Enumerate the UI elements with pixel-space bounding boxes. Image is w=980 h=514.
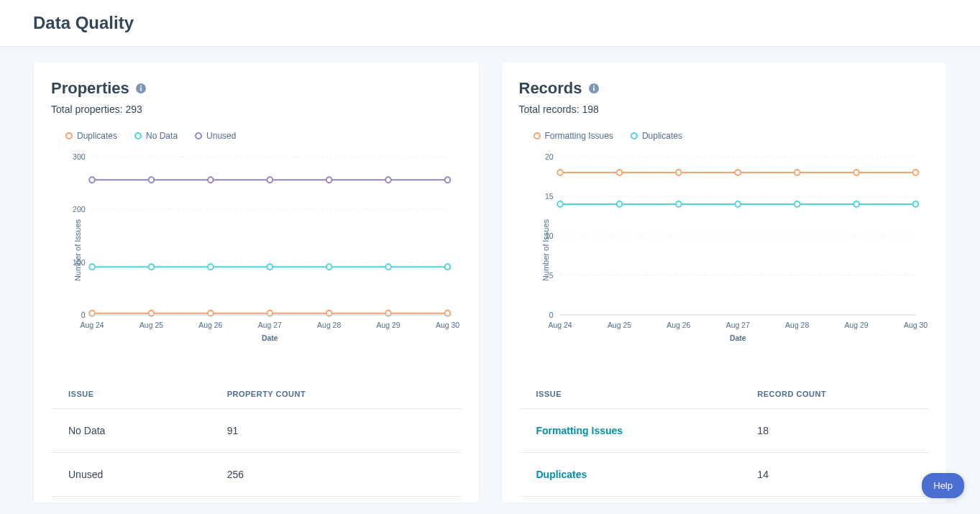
svg-text:Aug 27: Aug 27 — [725, 321, 749, 329]
data-point[interactable] — [385, 177, 391, 183]
properties-title: Properties — [51, 79, 129, 98]
svg-text:Aug 28: Aug 28 — [785, 321, 809, 329]
data-point[interactable] — [208, 264, 214, 270]
data-point[interactable] — [208, 177, 214, 183]
info-icon[interactable] — [135, 83, 147, 94]
legend-label: Formatting Issues — [545, 131, 613, 141]
data-point[interactable] — [89, 264, 95, 270]
svg-text:Aug 30: Aug 30 — [436, 321, 459, 329]
records-chart-svg: 05101520Aug 24Aug 25Aug 26Aug 27Aug 28Au… — [519, 150, 930, 351]
content: Properties Total properties: 293 Duplica… — [0, 47, 980, 514]
svg-text:Date: Date — [729, 334, 746, 342]
legend-item[interactable]: Formatting Issues — [533, 131, 613, 141]
legend-swatch — [134, 132, 142, 139]
data-point[interactable] — [445, 311, 451, 316]
svg-point-22 — [593, 86, 595, 87]
cell-count: 18 — [740, 409, 929, 453]
properties-chart-svg: 0100200300Aug 24Aug 25Aug 26Aug 27Aug 28… — [51, 150, 462, 351]
svg-text:0: 0 — [549, 311, 553, 319]
properties-chart: Number of Issues 0100200300Aug 24Aug 25A… — [51, 150, 462, 351]
records-title: Records — [519, 79, 582, 98]
data-point[interactable] — [326, 177, 332, 183]
col-count-header: PROPERTY COUNT — [210, 380, 462, 409]
svg-text:Date: Date — [262, 334, 278, 342]
page-title: Data Quality — [33, 13, 947, 33]
legend-item[interactable]: No Data — [134, 131, 178, 141]
svg-text:Aug 27: Aug 27 — [258, 321, 282, 329]
properties-legend: DuplicatesNo DataUnused — [65, 131, 462, 141]
data-point[interactable] — [149, 177, 155, 183]
properties-table: ISSUE PROPERTY COUNT No Data91Unused256 — [51, 380, 462, 497]
legend-label: No Data — [146, 131, 178, 141]
records-legend: Formatting IssuesDuplicates — [533, 131, 930, 141]
svg-text:Aug 29: Aug 29 — [844, 321, 868, 329]
svg-text:Aug 30: Aug 30 — [903, 321, 927, 329]
table-row: No Data91 — [51, 409, 462, 453]
table-row: Unused256 — [51, 453, 462, 497]
properties-subtitle: Total properties: 293 — [51, 104, 462, 115]
svg-text:Aug 26: Aug 26 — [198, 321, 222, 329]
data-point[interactable] — [557, 201, 563, 207]
legend-item[interactable]: Duplicates — [631, 131, 682, 141]
svg-rect-21 — [593, 88, 595, 91]
records-table: ISSUE RECORD COUNT Formatting Issues18Du… — [519, 380, 930, 497]
data-point[interactable] — [676, 170, 682, 175]
legend-label: Unused — [206, 131, 236, 141]
data-point[interactable] — [794, 201, 800, 207]
data-point[interactable] — [676, 201, 682, 207]
data-point[interactable] — [385, 311, 391, 316]
col-issue-header: ISSUE — [519, 380, 741, 409]
data-point[interactable] — [616, 201, 622, 207]
data-point[interactable] — [735, 201, 741, 207]
cell-issue[interactable]: Formatting Issues — [519, 409, 741, 453]
svg-text:Aug 26: Aug 26 — [667, 321, 690, 329]
data-point[interactable] — [208, 311, 214, 316]
legend-item[interactable]: Unused — [195, 131, 236, 141]
data-point[interactable] — [445, 177, 451, 183]
data-point[interactable] — [149, 311, 155, 316]
svg-text:0: 0 — [81, 311, 86, 319]
data-point[interactable] — [557, 170, 563, 175]
records-title-row: Records — [519, 79, 930, 98]
cell-count: 91 — [210, 409, 462, 453]
data-point[interactable] — [89, 177, 95, 183]
svg-text:200: 200 — [73, 205, 85, 214]
info-icon[interactable] — [588, 83, 600, 94]
records-chart: Number of Issues 05101520Aug 24Aug 25Aug… — [519, 150, 930, 351]
legend-item[interactable]: Duplicates — [65, 131, 117, 141]
data-point[interactable] — [912, 170, 918, 175]
data-point[interactable] — [853, 170, 859, 175]
axis-label-y: Number of Issues — [541, 219, 550, 281]
data-point[interactable] — [326, 264, 332, 270]
properties-card: Properties Total properties: 293 Duplica… — [33, 61, 480, 503]
data-point[interactable] — [616, 170, 622, 175]
svg-point-2 — [140, 86, 142, 87]
legend-swatch — [65, 132, 73, 139]
data-point[interactable] — [853, 201, 859, 207]
data-point[interactable] — [267, 264, 273, 270]
svg-text:20: 20 — [544, 152, 553, 161]
data-point[interactable] — [735, 170, 741, 175]
data-point[interactable] — [326, 311, 332, 316]
help-button[interactable]: Help — [922, 473, 964, 498]
table-row: Duplicates14 — [519, 453, 930, 497]
cell-count: 256 — [210, 453, 462, 497]
cell-issue: No Data — [51, 409, 210, 453]
svg-text:Aug 24: Aug 24 — [80, 321, 104, 329]
data-point[interactable] — [912, 201, 918, 207]
data-point[interactable] — [445, 264, 451, 270]
data-point[interactable] — [267, 311, 273, 316]
data-point[interactable] — [149, 264, 155, 270]
col-count-header: RECORD COUNT — [740, 380, 929, 409]
svg-text:15: 15 — [544, 192, 553, 201]
records-card: Records Total records: 198 Formatting Is… — [501, 61, 948, 503]
data-point[interactable] — [267, 177, 273, 183]
data-point[interactable] — [385, 264, 391, 270]
cell-issue[interactable]: Duplicates — [519, 453, 741, 497]
axis-label-y: Number of Issues — [73, 219, 82, 281]
data-point[interactable] — [794, 170, 800, 175]
legend-label: Duplicates — [77, 131, 117, 141]
data-point[interactable] — [89, 311, 95, 316]
svg-text:300: 300 — [73, 152, 85, 161]
legend-swatch — [195, 132, 202, 139]
